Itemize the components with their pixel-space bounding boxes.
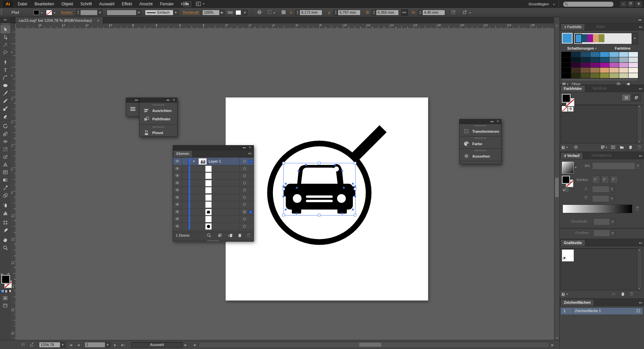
style-libraries-icon[interactable] (561, 292, 566, 296)
libraries-caret[interactable]: ▼ (566, 146, 568, 149)
path-row[interactable] (173, 187, 254, 194)
stroke-weight-label[interactable]: Kontur: (61, 10, 73, 15)
new-sublayer-button[interactable] (228, 233, 233, 238)
opacity-caret[interactable]: ▶ (219, 10, 225, 15)
gradient-type-dropdown[interactable]: ▼ (592, 162, 641, 170)
target-circle[interactable] (242, 217, 247, 221)
visibility-toggle[interactable] (175, 159, 179, 163)
blob-brush-tool[interactable] (1, 105, 10, 112)
panel-grip[interactable] (140, 125, 177, 128)
shade-cell[interactable] (590, 57, 600, 62)
selection-handle[interactable] (282, 162, 285, 164)
scroll-up-arrow[interactable]: ▲ (638, 105, 640, 107)
path-row[interactable] (173, 216, 254, 223)
fill-proxy[interactable] (562, 94, 571, 103)
search-input[interactable] (563, 1, 614, 7)
constrain-proportions-button[interactable] (401, 9, 408, 16)
zoom-field[interactable]: 1204,78 (39, 342, 61, 348)
break-link-icon[interactable] (611, 292, 616, 296)
first-artboard-button[interactable]: |◀ (69, 343, 72, 347)
path-anchor[interactable] (283, 196, 284, 197)
menu-ansicht[interactable]: Ansicht (136, 0, 156, 8)
shades-caret[interactable]: ▼ (595, 47, 597, 50)
height-field[interactable]: 4,45 mm (422, 10, 445, 15)
shade-cell[interactable] (590, 68, 600, 73)
delete-layer-button[interactable] (246, 233, 251, 238)
workspace-caret[interactable]: ▼ (553, 3, 555, 6)
shade-cell[interactable] (581, 57, 590, 62)
shade-cell[interactable] (629, 73, 638, 78)
shades-label[interactable]: Schattierungen (567, 46, 594, 50)
path-anchor[interactable] (283, 186, 284, 187)
target-circle[interactable] (242, 173, 247, 178)
visibility-toggle[interactable] (175, 217, 179, 221)
horizontal-scrollbar[interactable] (199, 342, 549, 348)
selection-handle[interactable] (282, 188, 285, 190)
fill-proxy-swatch[interactable] (1, 275, 10, 284)
artboard-name[interactable]: Zeichenfläche 1 (575, 309, 601, 313)
gradient-mode-button[interactable] (5, 290, 8, 293)
path-anchor[interactable] (296, 187, 298, 189)
tab-verlauf[interactable]: ⇕ Verlauf (560, 152, 583, 159)
shade-cell[interactable] (561, 63, 571, 68)
layer-thumbnail[interactable] (205, 187, 212, 193)
expand-icon[interactable]: ▸▸ (167, 98, 170, 102)
mesh-tool[interactable] (1, 168, 10, 176)
artboard-row[interactable]: 1 Zeichenfläche 1 (560, 307, 643, 315)
shade-cell[interactable] (561, 73, 571, 78)
gradient-opacity-dropdown[interactable]: ▼ (593, 218, 615, 225)
tools-grip[interactable] (0, 23, 11, 25)
status-display[interactable]: Auswahl (131, 342, 182, 348)
gradient-tool[interactable] (1, 176, 10, 184)
ruler-origin-box[interactable] (11, 23, 16, 28)
width-tool[interactable] (1, 137, 10, 145)
tab-symbole[interactable]: Symbole (589, 85, 610, 92)
path-row[interactable] (173, 223, 254, 230)
layer-thumbnail[interactable] (205, 194, 212, 201)
path-anchor[interactable] (352, 209, 354, 211)
gradient-thumb-caret[interactable]: ▼ (575, 166, 577, 169)
canvas-vertical-scrollbar[interactable]: ▲ ▼ (554, 23, 560, 340)
stroke-weight-stepper[interactable]: ▲▼ (76, 10, 80, 15)
stroke-swatch[interactable] (46, 10, 52, 15)
dock-collapse-icon[interactable]: ▸▸ (639, 18, 642, 21)
shade-cell[interactable] (609, 63, 619, 68)
color-mode-button[interactable] (1, 290, 4, 293)
path-anchor[interactable] (296, 213, 298, 215)
gradient-fill-proxy[interactable] (562, 176, 570, 184)
visibility-toggle[interactable] (175, 181, 179, 185)
collapsed-panel-transformieren[interactable]: Transformieren (460, 126, 501, 135)
shade-cell[interactable] (629, 68, 638, 73)
visibility-toggle[interactable] (175, 166, 179, 171)
path-anchor[interactable] (305, 164, 307, 166)
swatch-options-icon[interactable] (611, 145, 615, 150)
grid-view-button[interactable] (632, 94, 641, 101)
y-stepper[interactable]: ▲▼ (333, 10, 338, 15)
shade-cell[interactable] (590, 52, 600, 57)
window-close-button[interactable]: ✕ (635, 1, 643, 7)
panel-header[interactable]: ▸▸ ✕ (460, 119, 501, 124)
delete-style-icon[interactable] (629, 292, 634, 296)
type-tool[interactable]: T (1, 66, 10, 74)
column-graph-tool[interactable] (1, 209, 10, 217)
menu-bearbeiten[interactable]: Bearbeiten (31, 0, 58, 8)
path-row[interactable] (173, 201, 254, 209)
collapse-icon[interactable]: ◂◂ (243, 146, 246, 150)
zoom-tool[interactable] (1, 244, 10, 251)
gradient-thumbnail[interactable] (562, 162, 574, 174)
magnifier-handle-path[interactable] (354, 129, 383, 158)
stroke-along-button[interactable] (601, 176, 609, 184)
styles-scrollbar[interactable]: ▲ ▼ (637, 248, 642, 290)
scroll-down-arrow[interactable]: ▼ (556, 337, 558, 339)
expand-icon[interactable]: ▸▸ (491, 120, 494, 123)
vertical-scroll-thumb[interactable] (555, 178, 559, 197)
new-style-icon[interactable] (621, 292, 625, 296)
zoom-caret[interactable]: ▼ (60, 342, 65, 348)
menu-effekt[interactable]: Effekt (118, 0, 136, 8)
isolate-caret[interactable]: ▼ (469, 12, 471, 14)
shade-cell[interactable] (619, 63, 629, 68)
expand-icon[interactable]: ▸▸ (135, 98, 138, 102)
tab-kuler[interactable]: Kuler (593, 23, 608, 30)
shade-cell[interactable] (590, 73, 600, 78)
shade-cell[interactable] (590, 63, 600, 68)
